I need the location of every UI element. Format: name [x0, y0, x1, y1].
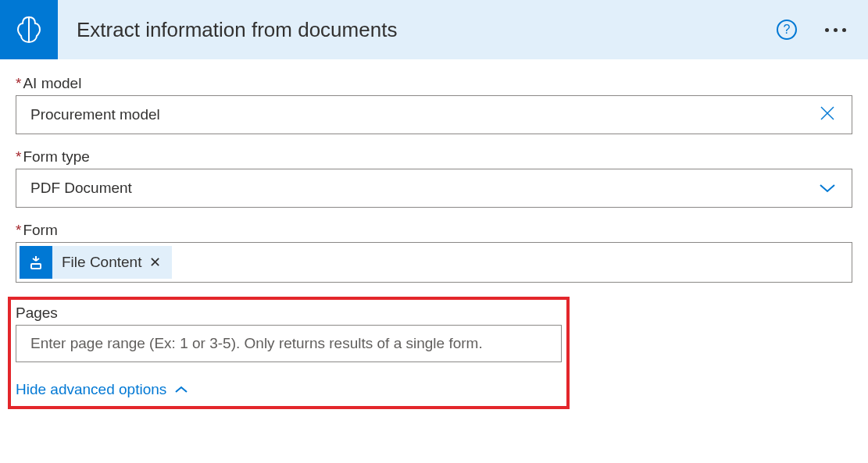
dynamic-content-icon	[20, 246, 52, 279]
chevron-up-icon	[174, 386, 188, 394]
ai-model-input[interactable]: Procurement model	[16, 95, 852, 134]
card-body: *AI model Procurement model *Form type P…	[0, 59, 868, 409]
token-remove-icon[interactable]: ✕	[146, 254, 164, 271]
connector-icon-box	[0, 0, 58, 59]
form-type-field: *Form type PDF Document	[16, 148, 852, 208]
help-icon[interactable]: ?	[777, 20, 797, 40]
brain-icon	[12, 12, 46, 47]
ai-model-field: *AI model Procurement model	[16, 75, 852, 134]
ai-model-value: Procurement model	[30, 106, 813, 123]
svg-rect-2	[31, 264, 41, 269]
clear-icon[interactable]	[813, 103, 842, 127]
required-marker: *	[16, 148, 21, 165]
required-marker: *	[16, 75, 21, 91]
ai-model-label: *AI model	[16, 75, 852, 92]
file-content-token[interactable]: File Content ✕	[20, 246, 172, 279]
form-label: *Form	[16, 222, 852, 239]
form-type-value: PDF Document	[30, 180, 819, 197]
form-input[interactable]: File Content ✕	[16, 242, 852, 283]
pages-placeholder: Enter page range (Ex: 1 or 3-5). Only re…	[30, 335, 483, 352]
highlight-box: Pages Enter page range (Ex: 1 or 3-5). O…	[8, 297, 570, 409]
more-icon[interactable]	[819, 22, 852, 38]
form-type-label: *Form type	[16, 148, 852, 166]
hide-advanced-options-link[interactable]: Hide advanced options	[16, 381, 188, 398]
required-marker: *	[16, 222, 21, 238]
chevron-down-icon	[819, 183, 836, 193]
pages-input[interactable]: Enter page range (Ex: 1 or 3-5). Only re…	[16, 325, 562, 362]
toggle-label: Hide advanced options	[16, 381, 166, 398]
form-field: *Form File Content ✕	[16, 222, 852, 283]
header-actions: ?	[777, 20, 852, 40]
form-type-select[interactable]: PDF Document	[16, 169, 852, 208]
pages-label: Pages	[16, 305, 562, 322]
card-header: Extract information from documents ?	[0, 0, 868, 59]
card-title: Extract information from documents	[77, 18, 777, 42]
token-label: File Content	[62, 254, 141, 271]
